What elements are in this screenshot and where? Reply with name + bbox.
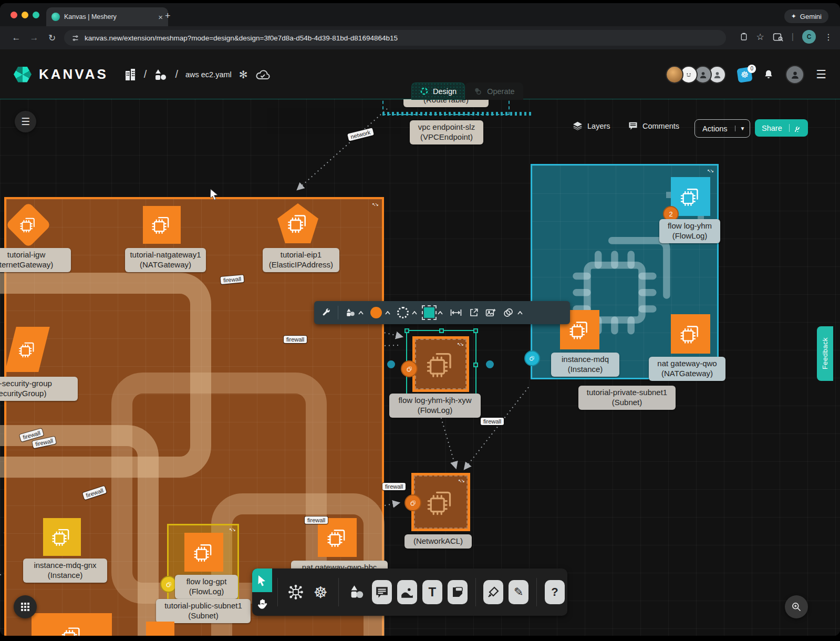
back-button[interactable]: ← [7,33,25,43]
organization-icon[interactable] [124,68,137,81]
components-tool[interactable] [286,580,306,604]
edge-label-network[interactable]: network [347,128,374,141]
canvas-menu-button[interactable]: ☰ [15,111,36,132]
notifications-bell-icon[interactable] [763,69,774,80]
address-bar[interactable]: kanvas.new/extension/meshmap?mode=design… [64,30,726,46]
subnet-port-badge[interactable] [524,350,540,366]
tab-search-icon[interactable] [773,33,783,42]
text-tool[interactable]: T [422,580,442,604]
tab-design[interactable]: Design [411,82,465,100]
region-private-subnet[interactable]: ↖↘ 2 flow log-yhm (FlowLog) instance-mdq… [531,164,719,379]
tab-operate[interactable]: Operate [465,82,523,100]
resize-width-icon[interactable] [450,308,462,317]
chevron-up-icon[interactable] [385,311,390,315]
draw-pencil-tool[interactable]: ✎ [509,580,528,604]
node-elastic-ip[interactable] [277,203,318,243]
chevron-up-icon[interactable] [517,311,523,315]
region-resize-icon[interactable]: ↖↘ [372,202,378,206]
browser-profile-avatar[interactable]: C [802,30,816,44]
share-link-icon[interactable] [789,124,808,132]
chevron-up-icon[interactable] [412,311,417,315]
node-flow-log-gpt[interactable] [184,533,223,572]
widgets-grid-button[interactable] [14,595,37,618]
zoom-search-button[interactable] [785,595,808,618]
edge-label-firewall[interactable]: firewall [481,418,504,425]
media-tool[interactable] [397,580,417,604]
avatar[interactable] [666,66,683,84]
save-clipboard-icon[interactable] [740,32,748,42]
add-image-icon[interactable] [485,308,496,317]
kanvas-logo-icon[interactable] [14,67,32,82]
annotate-pen-tool[interactable] [483,580,503,604]
tab-close-icon[interactable]: × [158,13,163,22]
node-resize-icon[interactable]: ↖↘ [457,342,463,346]
new-tab-button[interactable]: + [165,11,171,22]
node-nat-gateway-bbc[interactable] [318,518,357,557]
edge-label-firewall[interactable]: firewall [284,336,307,343]
zoom-window-button[interactable] [33,12,39,18]
site-settings-icon[interactable] [71,34,79,42]
layers-button[interactable]: Layers [573,121,610,130]
shapes-tool-dock[interactable] [347,580,367,604]
help-tool[interactable]: ? [545,580,565,604]
collaborator-avatars[interactable] [669,66,726,84]
selection-handle[interactable] [405,328,409,333]
cloud-sync-icon[interactable] [255,69,270,80]
browser-tab[interactable]: Kanvas | Meshery × [46,7,168,26]
kebab-menu-icon[interactable]: ⋮ [824,32,833,42]
node-flow-log-selected[interactable]: ↖↘ [412,336,469,392]
pan-tool[interactable] [252,592,272,616]
node-partial-bottom[interactable] [146,622,174,636]
comments-button[interactable]: Comments [628,121,679,130]
minimize-window-button[interactable] [22,12,28,18]
note-tool[interactable] [448,580,468,604]
flow-log-selected-badge[interactable] [401,360,418,377]
edge-label-firewall[interactable]: firewall [382,483,406,490]
node-resize-icon[interactable]: ↖↘ [458,479,464,483]
connection-port[interactable] [387,360,395,368]
close-window-button[interactable] [11,12,17,18]
header-menu-icon[interactable]: ☰ [816,68,826,81]
network-acl-badge[interactable] [405,494,421,511]
fill-color-swatch[interactable] [370,307,382,318]
forward-button[interactable]: → [25,33,43,43]
comment-tool[interactable] [372,580,392,604]
gemini-button[interactable]: ✦ Gemini [784,9,828,23]
shapes-tool[interactable] [345,308,364,317]
open-external-icon[interactable] [469,308,479,317]
node-partial-bottom[interactable] [32,613,112,636]
chevron-up-icon[interactable] [358,311,364,315]
color-tool[interactable] [370,307,390,318]
node-nat-gateway-qwo[interactable] [671,314,710,354]
tokens-tool[interactable] [503,307,523,318]
design-canvas[interactable]: (RouteTable) vpc endpoint-slz (VPCEndpoi… [0,99,840,636]
user-avatar[interactable] [785,65,804,84]
traffic-lights[interactable] [11,12,39,18]
workspace-shapes-icon[interactable] [154,68,168,81]
edge-label-firewall[interactable]: firewall [305,516,328,524]
node-nat-gateway-1[interactable] [143,206,181,244]
node-flow-log-gpt-group[interactable]: ↖↘ flow log-gpt (FlowLog) [167,524,239,606]
feedback-tab[interactable]: Feedback [817,326,833,381]
node-resize-icon[interactable]: ↖↘ [229,528,235,532]
design-config-icon[interactable]: ✻ [239,68,248,81]
selection-handle[interactable] [473,328,478,333]
node-instance-gnx[interactable] [43,518,81,556]
actions-dropdown-caret-icon[interactable]: ▼ [735,126,750,131]
bookmark-star-icon[interactable]: ☆ [756,32,764,43]
selection-handle[interactable] [473,363,478,367]
configure-wrench-icon[interactable] [322,308,331,317]
selection-handle[interactable] [439,328,444,333]
border-style-tool[interactable] [397,307,417,318]
chevron-up-icon[interactable] [438,311,443,315]
share-button[interactable]: Share [755,119,808,137]
select-tool[interactable] [252,568,272,592]
reload-button[interactable]: ↻ [43,33,61,44]
kubernetes-tool[interactable]: ☸ [311,580,331,604]
connection-port[interactable] [486,360,494,368]
cluster-status[interactable]: ☸ 0 [738,68,752,82]
node-flow-log-selected-frame[interactable]: ↖↘ [406,330,476,399]
design-filename[interactable]: aws ec2.yaml [185,70,232,79]
region-resize-icon[interactable]: ↖↘ [707,169,713,173]
actions-button[interactable]: Actions ▼ [694,119,750,138]
